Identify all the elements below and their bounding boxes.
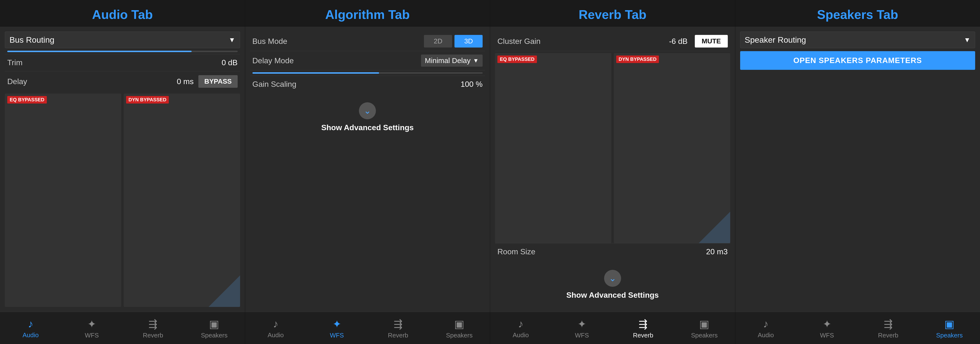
nav-wfs-2[interactable]: ✦ WFS bbox=[306, 314, 368, 342]
speakers-panel: Speakers Tab Speaker Routing ▼ OPEN SPEA… bbox=[735, 0, 980, 344]
nav-speakers[interactable]: ▣ Speakers bbox=[184, 314, 245, 342]
nav-audio-3[interactable]: ♪ Audio bbox=[490, 314, 551, 342]
mode-3d-button[interactable]: 3D bbox=[455, 35, 483, 48]
dropdown-arrow-icon: ▼ bbox=[229, 36, 235, 44]
algorithm-bottom-nav: ♪ Audio ✦ WFS ⇶ Reverb ▣ Speakers bbox=[245, 312, 490, 344]
open-speakers-button[interactable]: OPEN SPEAKERS PARAMETERS bbox=[740, 51, 975, 70]
mute-button[interactable]: MUTE bbox=[695, 35, 727, 48]
show-advanced-settings[interactable]: ⌄ Show Advanced Settings bbox=[250, 95, 485, 140]
nav-wfs[interactable]: ✦ WFS bbox=[61, 314, 122, 342]
gain-scaling-row: Gain Scaling 100 % bbox=[250, 76, 485, 93]
nav-wfs-3[interactable]: ✦ WFS bbox=[551, 314, 612, 342]
nav-speakers-3[interactable]: ▣ Speakers bbox=[674, 314, 735, 342]
audio-nav-icon-3: ♪ bbox=[518, 318, 523, 330]
advanced-settings-label: Show Advanced Settings bbox=[321, 123, 414, 132]
delay-dropdown-arrow-icon: ▼ bbox=[473, 57, 479, 64]
dyn-panel-triangle bbox=[208, 276, 240, 307]
reverb-bottom-nav: ♪ Audio ✦ WFS ⇶ Reverb ▣ Speakers bbox=[490, 312, 735, 344]
nav-wfs-4[interactable]: ✦ WFS bbox=[796, 314, 858, 342]
reverb-panel: Reverb Tab Cluster Gain -6 dB MUTE EQ BY… bbox=[490, 0, 735, 344]
reverb-dyn-panel-triangle bbox=[699, 212, 730, 243]
reverb-nav-icon-2: ⇶ bbox=[394, 318, 402, 330]
audio-nav-label: Audio bbox=[22, 331, 39, 339]
audio-nav-label-3: Audio bbox=[513, 331, 529, 339]
mode-2d-button[interactable]: 2D bbox=[424, 35, 452, 48]
cluster-gain-row: Cluster Gain -6 dB MUTE bbox=[495, 32, 730, 51]
reverb-eq-bypassed-badge: EQ BYPASSED bbox=[497, 55, 537, 63]
reverb-advanced-settings-icon: ⌄ bbox=[604, 270, 621, 287]
algorithm-panel-content: Bus Mode 2D 3D Delay Mode Minimal Delay … bbox=[245, 27, 490, 312]
reverb-nav-label-3: Reverb bbox=[633, 331, 653, 339]
wfs-nav-label-4: WFS bbox=[820, 331, 834, 339]
reverb-nav-icon-4: ⇶ bbox=[884, 318, 893, 330]
bus-mode-row: Bus Mode 2D 3D bbox=[250, 32, 485, 51]
trim-value: 0 dB bbox=[222, 58, 238, 67]
wfs-nav-icon-2: ✦ bbox=[332, 318, 342, 330]
reverb-advanced-settings-label: Show Advanced Settings bbox=[566, 291, 659, 300]
wfs-nav-label: WFS bbox=[85, 331, 99, 339]
nav-audio[interactable]: ♪ Audio bbox=[0, 314, 61, 342]
trim-slider-track[interactable] bbox=[7, 51, 238, 52]
wfs-nav-icon-3: ✦ bbox=[578, 318, 586, 330]
audio-bottom-nav: ♪ Audio ✦ WFS ⇶ Reverb ▣ Speakers bbox=[0, 312, 245, 344]
chevron-down-icon: ⌄ bbox=[364, 106, 371, 116]
bus-routing-label: Bus Routing bbox=[10, 35, 229, 44]
bus-routing-dropdown[interactable]: Bus Routing ▼ bbox=[5, 32, 240, 48]
speaker-routing-dropdown[interactable]: Speaker Routing ▼ bbox=[740, 32, 975, 48]
bus-mode-label: Bus Mode bbox=[253, 37, 422, 46]
audio-panel: Audio Tab Bus Routing ▼ Trim 0 dB Delay … bbox=[0, 0, 245, 344]
delay-mode-dropdown[interactable]: Minimal Delay ▼ bbox=[421, 54, 483, 67]
audio-nav-icon-2: ♪ bbox=[273, 318, 278, 330]
speakers-nav-label-4: Speakers bbox=[936, 331, 963, 339]
trim-slider-container bbox=[5, 49, 240, 54]
wfs-nav-label-2: WFS bbox=[330, 331, 344, 339]
gain-slider-container bbox=[250, 70, 485, 76]
audio-panel-content: Bus Routing ▼ Trim 0 dB Delay 0 ms BYPAS… bbox=[0, 27, 245, 312]
wfs-nav-icon-4: ✦ bbox=[822, 318, 832, 330]
reverb-bypassed-panels: EQ BYPASSED DYN BYPASSED bbox=[495, 53, 730, 243]
wfs-nav-label-3: WFS bbox=[575, 331, 589, 339]
reverb-nav-label-4: Reverb bbox=[878, 331, 899, 339]
dyn-bypassed-panel: DYN BYPASSED bbox=[124, 94, 240, 307]
eq-bypassed-panel: EQ BYPASSED bbox=[5, 94, 121, 307]
speakers-tab-title: Speakers Tab bbox=[735, 0, 980, 27]
speakers-nav-label: Speakers bbox=[201, 331, 228, 339]
nav-reverb[interactable]: ⇶ Reverb bbox=[123, 314, 184, 342]
nav-audio-4[interactable]: ♪ Audio bbox=[735, 314, 796, 342]
speaker-dropdown-arrow-icon: ▼ bbox=[964, 36, 970, 44]
gain-slider-track[interactable] bbox=[253, 72, 483, 74]
reverb-panel-content: Cluster Gain -6 dB MUTE EQ BYPASSED DYN … bbox=[490, 27, 735, 312]
delay-label: Delay bbox=[7, 77, 177, 86]
reverb-tab-title: Reverb Tab bbox=[490, 0, 735, 27]
nav-audio-2[interactable]: ♪ Audio bbox=[245, 314, 306, 342]
trim-row: Trim 0 dB bbox=[5, 54, 240, 71]
nav-reverb-3[interactable]: ⇶ Reverb bbox=[612, 314, 674, 342]
delay-mode-value: Minimal Delay bbox=[425, 57, 471, 65]
gain-scaling-label: Gain Scaling bbox=[253, 80, 461, 89]
room-size-row: Room Size 20 m3 bbox=[495, 243, 730, 260]
room-size-value: 20 m3 bbox=[706, 247, 728, 256]
nav-speakers-4[interactable]: ▣ Speakers bbox=[919, 314, 980, 342]
algorithm-tab-title: Algorithm Tab bbox=[245, 0, 490, 27]
dyn-bypassed-badge: DYN BYPASSED bbox=[126, 96, 169, 103]
cluster-gain-value: -6 dB bbox=[669, 37, 687, 46]
cluster-gain-label: Cluster Gain bbox=[497, 37, 667, 46]
reverb-dyn-bypassed-panel: DYN BYPASSED bbox=[614, 53, 730, 243]
audio-nav-label-2: Audio bbox=[267, 331, 284, 339]
delay-mode-label: Delay Mode bbox=[253, 56, 418, 65]
nav-reverb-2[interactable]: ⇶ Reverb bbox=[368, 314, 428, 342]
speakers-nav-label-2: Speakers bbox=[446, 331, 473, 339]
nav-reverb-4[interactable]: ⇶ Reverb bbox=[858, 314, 919, 342]
reverb-nav-icon-3: ⇶ bbox=[638, 318, 648, 330]
speaker-routing-label: Speaker Routing bbox=[745, 35, 964, 44]
bypass-button[interactable]: BYPASS bbox=[198, 75, 237, 88]
reverb-chevron-down-icon: ⌄ bbox=[609, 273, 616, 284]
audio-nav-icon: ♪ bbox=[28, 318, 33, 330]
speakers-bottom-nav: ♪ Audio ✦ WFS ⇶ Reverb ▣ Speakers bbox=[735, 312, 980, 344]
reverb-dyn-bypassed-badge: DYN BYPASSED bbox=[616, 55, 659, 63]
reverb-show-advanced-settings[interactable]: ⌄ Show Advanced Settings bbox=[495, 263, 730, 307]
nav-speakers-2[interactable]: ▣ Speakers bbox=[429, 314, 490, 342]
reverb-nav-label-2: Reverb bbox=[388, 331, 408, 339]
speakers-nav-icon-4: ▣ bbox=[944, 318, 955, 330]
trim-slider-fill bbox=[7, 51, 192, 52]
